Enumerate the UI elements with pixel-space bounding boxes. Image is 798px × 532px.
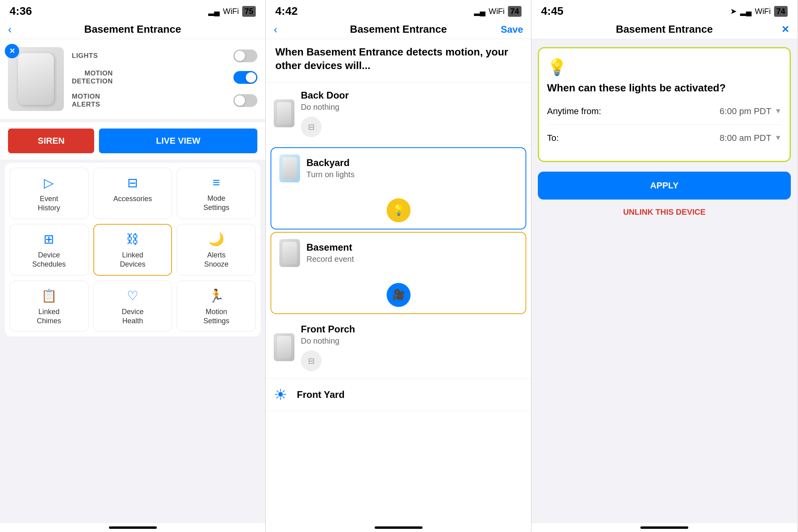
lights-card-icon: 💡 xyxy=(547,58,782,77)
linked-chimes-item[interactable]: 📋 LinkedChimes xyxy=(10,281,89,332)
backyard-thumb xyxy=(279,154,300,182)
backyard-name: Backyard xyxy=(306,157,350,168)
status-icons-3: ➤ ▂▄ WiFi 74 xyxy=(730,6,788,17)
siren-button[interactable]: SIREN xyxy=(8,129,94,153)
lights-toggle[interactable] xyxy=(233,49,257,62)
anytime-from-row[interactable]: Anytime from: 6:00 pm PDT ▼ xyxy=(547,98,782,125)
device-health-icon: ♡ xyxy=(127,288,138,303)
lights-toggle-row: LIGHTS xyxy=(72,49,257,62)
mode-settings-icon: ≡ xyxy=(213,175,220,190)
time-to-row[interactable]: To: 8:00 am PDT ▼ xyxy=(547,125,782,151)
front-yard-name: Front Yard xyxy=(297,389,345,400)
battery-badge-2: 74 xyxy=(508,6,521,17)
back-button-1[interactable]: ‹ xyxy=(8,23,12,36)
time-to-caret: ▼ xyxy=(774,134,782,142)
lights-question: When can these lights be activated? xyxy=(547,81,782,95)
signal-icon-2: ▂▄ xyxy=(474,6,486,16)
mode-settings-item[interactable]: ≡ ModeSettings xyxy=(177,168,256,219)
motion-settings-item[interactable]: 🏃 MotionSettings xyxy=(177,281,256,332)
wifi-icon-1: WiFi xyxy=(223,7,239,16)
screen3-content: 💡 When can these lights be activated? An… xyxy=(531,39,797,523)
live-view-button[interactable]: LIVE VIEW xyxy=(99,129,257,153)
signal-icon-1: ▂▄ xyxy=(208,6,220,16)
close-button[interactable]: ✕ xyxy=(781,24,789,35)
back-door-row[interactable]: Back Door Do nothing ⊟ xyxy=(266,83,531,145)
basement-thumb xyxy=(279,239,300,267)
signal-icon-3: ▂▄ xyxy=(740,6,752,16)
device-badge: ✕ xyxy=(5,44,19,58)
wifi-icon-3: WiFi xyxy=(755,7,771,16)
unlink-button[interactable]: UNLINK THIS DEVICE xyxy=(531,208,797,217)
basement-name: Basement xyxy=(306,242,352,253)
motion-detection-toggle[interactable] xyxy=(233,71,257,84)
front-porch-action: Do nothing xyxy=(301,336,340,346)
device-schedules-item[interactable]: ⊞ DeviceSchedules xyxy=(10,224,89,276)
status-time-1: 4:36 xyxy=(10,5,32,18)
device-schedules-icon: ⊞ xyxy=(43,231,54,247)
accessories-item[interactable]: ⊟ Accessories xyxy=(93,168,172,219)
basement-row[interactable]: Basement Record event 🎥 xyxy=(271,232,526,314)
location-icon-3: ➤ xyxy=(730,6,737,16)
front-porch-action-icon: ⊟ xyxy=(308,356,315,366)
status-bar-1: 4:36 ▂▄ WiFi 75 xyxy=(0,0,265,20)
back-door-action-btn[interactable]: ⊟ xyxy=(301,117,322,137)
mode-settings-label: ModeSettings xyxy=(203,194,229,213)
linked-chimes-icon: 📋 xyxy=(41,288,57,303)
device-image: ✕ xyxy=(8,47,64,111)
anytime-from-value: 6:00 pm PDT ▼ xyxy=(720,106,782,117)
event-history-label: EventHistory xyxy=(38,194,60,213)
alerts-snooze-icon: 🌙 xyxy=(208,231,224,247)
home-indicator-3 xyxy=(640,526,688,529)
motion-detection-label: MOTIONDETECTION xyxy=(72,69,113,85)
front-porch-action-btn[interactable]: ⊟ xyxy=(301,350,322,371)
nav-title-2: Basement Entrance xyxy=(350,23,447,36)
menu-grid: ▷ EventHistory ⊟ Accessories ≡ ModeSetti… xyxy=(5,163,261,336)
front-yard-sun-icon: ☀ xyxy=(274,386,287,403)
alerts-snooze-item[interactable]: 🌙 AlertsSnooze xyxy=(177,224,256,276)
backyard-info: Backyard Turn on lights xyxy=(306,157,354,179)
backyard-action: Turn on lights xyxy=(306,170,354,179)
linked-devices-item[interactable]: ⛓ LinkedDevices xyxy=(93,224,172,276)
backyard-row[interactable]: Backyard Turn on lights 💡 xyxy=(271,147,526,229)
status-icons-2: ▂▄ WiFi 74 xyxy=(474,6,521,17)
nav-title-3: Basement Entrance xyxy=(616,23,713,36)
device-health-item[interactable]: ♡ DeviceHealth xyxy=(93,281,172,332)
front-porch-row[interactable]: Front Porch Do nothing ⊟ xyxy=(266,316,531,379)
status-icons-1: ▂▄ WiFi 75 xyxy=(208,6,256,17)
motion-header-text: When Basement Entrance detects motion, y… xyxy=(275,45,521,73)
linked-chimes-label: LinkedChimes xyxy=(37,307,61,326)
back-button-2[interactable]: ‹ xyxy=(274,23,277,36)
nav-bar-3: Basement Entrance ✕ xyxy=(531,20,797,39)
device-health-label: DeviceHealth xyxy=(122,307,144,326)
status-bar-2: 4:42 ▂▄ WiFi 74 xyxy=(266,0,531,20)
anytime-from-caret: ▼ xyxy=(774,107,782,115)
device-section: ✕ LIGHTS MOTIONDETECTION MOTIONALERTS xyxy=(0,39,265,119)
device-schedules-label: DeviceSchedules xyxy=(32,251,66,269)
nav-title-1: Basement Entrance xyxy=(84,23,181,36)
basement-action-btn[interactable]: 🎥 xyxy=(387,283,411,307)
battery-badge-3: 74 xyxy=(774,6,788,17)
front-yard-row[interactable]: ☀ Front Yard xyxy=(266,379,531,411)
linked-devices-icon: ⛓ xyxy=(126,232,139,247)
motion-alerts-toggle[interactable] xyxy=(233,94,257,107)
apply-button[interactable]: APPLY xyxy=(538,172,791,200)
device-image-wrap: ✕ xyxy=(8,47,64,111)
motion-settings-icon: 🏃 xyxy=(208,288,224,303)
basement-info: Basement Record event xyxy=(306,242,354,264)
nav-bar-2: ‹ Basement Entrance Save xyxy=(266,20,531,39)
home-indicator-2 xyxy=(375,526,423,529)
backyard-action-btn[interactable]: 💡 xyxy=(387,198,411,222)
devices-list: Back Door Do nothing ⊟ Backyard Turn on … xyxy=(266,83,531,523)
toggles-column: LIGHTS MOTIONDETECTION MOTIONALERTS xyxy=(72,49,257,109)
motion-header: When Basement Entrance detects motion, y… xyxy=(266,39,531,83)
status-bar-3: 4:45 ➤ ▂▄ WiFi 74 xyxy=(531,0,797,20)
front-porch-thumb xyxy=(274,333,294,361)
status-time-2: 4:42 xyxy=(275,5,298,18)
phone2: 4:42 ▂▄ WiFi 74 ‹ Basement Entrance Save… xyxy=(266,0,531,532)
lights-label: LIGHTS xyxy=(72,52,98,60)
battery-badge-1: 75 xyxy=(242,6,256,17)
back-door-action: Do nothing xyxy=(301,103,340,112)
accessories-icon: ⊟ xyxy=(127,175,138,190)
save-button[interactable]: Save xyxy=(501,24,523,35)
event-history-item[interactable]: ▷ EventHistory xyxy=(10,168,89,219)
